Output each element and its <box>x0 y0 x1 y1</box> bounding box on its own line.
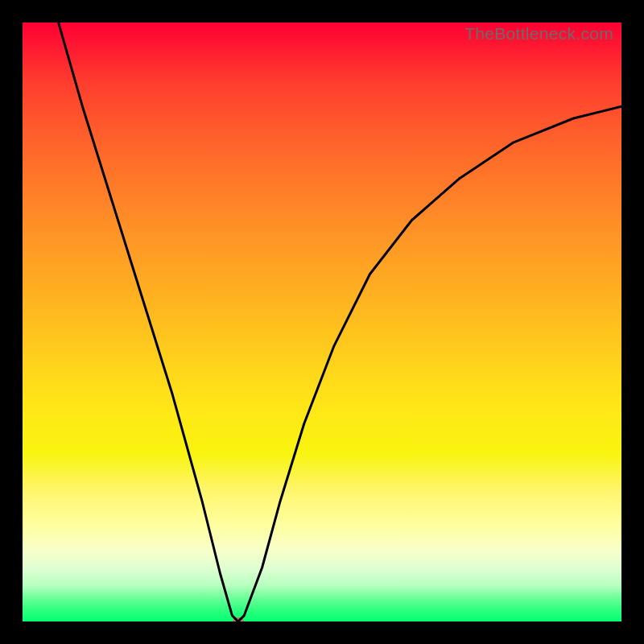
curve-svg <box>23 23 621 621</box>
watermark-text: TheBottleneck.com <box>464 24 613 43</box>
plot-area: TheBottleneck.com <box>23 23 621 621</box>
chart-frame: TheBottleneck.com <box>0 0 644 644</box>
bottleneck-curve <box>59 23 621 621</box>
